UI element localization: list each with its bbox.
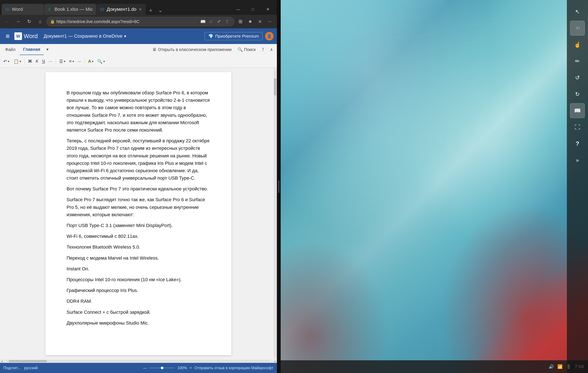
document-page[interactable]: В прошлом году мы опубликовали обзор Sur…	[45, 72, 231, 355]
open-desktop-icon: 🖥	[152, 47, 157, 52]
forward-button[interactable]: →	[13, 17, 23, 26]
paragraph-1[interactable]: В прошлом году мы опубликовали обзор Sur…	[67, 89, 210, 134]
find-dropdown[interactable]: ▾	[103, 60, 105, 63]
document-area: В прошлом году мы опубликовали обзор Sur…	[0, 68, 277, 360]
new-tab-button[interactable]: ＋	[146, 6, 155, 15]
paragraph-2[interactable]: Теперь, с последней версией, поступившей…	[67, 137, 210, 182]
paragraph-14[interactable]: Двухполярные микрофоны Studio Mic.	[67, 319, 210, 327]
paragraph-4[interactable]: Surface Pro 7 выглядит точно так же, как…	[67, 196, 210, 218]
tab-more-icon[interactable]: ▾	[45, 46, 50, 53]
tab-menu-button[interactable]: ⌄	[156, 6, 165, 15]
expand-button[interactable]: »	[570, 153, 585, 168]
undo-dropdown[interactable]: ▾	[8, 60, 9, 63]
paragraph-8[interactable]: Переход с модема Marvel на Intel Wireles…	[67, 254, 210, 262]
reading-view-icon[interactable]: 📖	[199, 18, 207, 25]
collapse-ribbon-button[interactable]: ∧	[268, 46, 275, 53]
touch-hand-button[interactable]: ☜	[570, 21, 585, 35]
question-icon: ?	[576, 140, 579, 147]
tab-file[interactable]: Файл	[2, 44, 19, 55]
crop-tool-button[interactable]: ⛶	[570, 120, 585, 135]
share-button[interactable]: ⤴	[259, 46, 267, 53]
clipboard-icon: 📋	[13, 59, 19, 64]
pen-tool-button[interactable]: ✏	[570, 54, 585, 68]
redo-tool-button[interactable]: ↻	[570, 87, 585, 101]
open-desktop-button[interactable]: 🖥 Открыть в классическом приложении	[150, 46, 234, 53]
tab-doc[interactable]: W Документ1.do ✕	[97, 4, 146, 15]
share-icon[interactable]: ⤴	[223, 18, 231, 25]
close-button[interactable]: ✕	[260, 4, 275, 15]
ribbon-bar: Файл Главная ▾ 🖥 Открыть в классическом …	[0, 44, 277, 68]
h-scrollbar-track	[7, 360, 270, 362]
zoom-slider[interactable]	[149, 367, 175, 368]
paragraph-9[interactable]: Instant On.	[67, 265, 210, 273]
back-button[interactable]: ←	[2, 17, 12, 26]
list-dropdown[interactable]: ▾	[64, 60, 65, 63]
search-ribbon-button[interactable]: 🔍 Поиск	[235, 46, 258, 53]
book-view-button[interactable]: 📖	[570, 103, 585, 118]
tab-doc-close[interactable]: ✕	[138, 7, 142, 11]
collections-button[interactable]: ≡	[255, 17, 265, 26]
paragraph-5[interactable]: Порт USB Type-C 3.1 (заменяет Mini Displ…	[67, 222, 210, 229]
h-scrollbar-thumb[interactable]	[9, 360, 47, 362]
paragraph-6[interactable]: Wi-Fi 6, совместимый с 802.11ax.	[67, 232, 210, 240]
highlight-icon: A	[88, 59, 91, 64]
word-app-bar: ⊞ W Word Документ1 — Сохранено в OneDriv…	[0, 28, 277, 44]
clipboard-button[interactable]: 📋 ▾	[12, 57, 23, 66]
horizontal-scrollbar[interactable]: ◂ ▸	[0, 360, 277, 363]
scroll-left-button[interactable]: ◂	[0, 360, 3, 363]
paragraph-10[interactable]: Процессоры Intel 10-го поколения (10 нм …	[67, 276, 210, 283]
align-button[interactable]: ≡ ▾	[67, 57, 76, 66]
word-logo: W Word	[14, 32, 38, 40]
extensions-button[interactable]: ⊞	[236, 17, 245, 26]
paragraph-13[interactable]: Surface Connect + с быстрой зарядкой.	[67, 308, 210, 316]
premium-button[interactable]: 💎 Приобретите Premium	[205, 32, 262, 40]
document-scroll[interactable]: В прошлом году мы опубликовали обзор Sur…	[0, 68, 277, 360]
favorites-icon[interactable]: ☆	[207, 18, 215, 25]
tab-excel[interactable]: X Book 1.xlsx — Mic	[44, 4, 96, 15]
find-button[interactable]: 🔍 ▾	[95, 57, 106, 66]
status-bar: Подсчет... русский — 100% + Отправить от…	[0, 363, 277, 373]
more-format-button[interactable]: ···	[47, 57, 54, 66]
highlight-dropdown[interactable]: ▾	[92, 60, 94, 63]
more-tools-button[interactable]: ···	[76, 57, 83, 66]
paragraph-7[interactable]: Технология Bluetooth Wireless 5.0.	[67, 243, 210, 251]
doc-title-dropdown[interactable]: ▾	[124, 34, 126, 39]
zoom-minus[interactable]: —	[143, 366, 147, 370]
app-grid-button[interactable]: ⊞	[3, 32, 12, 40]
paragraph-3[interactable]: Вот почему Surface Pro 7 это практически…	[67, 185, 210, 193]
italic-button[interactable]: К	[34, 57, 40, 66]
volume-icon[interactable]: 🔊	[549, 364, 554, 369]
home-button[interactable]: ⌂	[35, 17, 45, 26]
paragraph-11[interactable]: Графический процессор Iris Plus.	[67, 287, 210, 294]
wifi-icon[interactable]: 📶	[557, 364, 563, 369]
undo-button[interactable]: ↶ ▾	[2, 57, 11, 66]
vertical-scrollbar[interactable]	[273, 68, 277, 360]
tab-home[interactable]: Главная	[20, 44, 43, 55]
paragraph-12[interactable]: DDR4 RAM.	[67, 297, 210, 305]
user-avatar[interactable]: 👤	[265, 32, 273, 40]
scrollbar-thumb[interactable]	[274, 78, 276, 95]
underline-button[interactable]: Ч	[40, 57, 46, 66]
pen-icon: ✏	[575, 58, 580, 65]
settings-button[interactable]: ···	[265, 17, 274, 26]
list-button[interactable]: ☰ ▾	[57, 57, 67, 66]
align-dropdown[interactable]: ▾	[73, 60, 74, 63]
clipboard-group: 📋 ▾	[12, 57, 23, 66]
address-bar[interactable]: 🔒 https://onedrive.live.com/edit.aspx?re…	[46, 17, 234, 26]
maximize-button[interactable]: □	[246, 4, 260, 15]
clipboard-dropdown[interactable]: ▾	[20, 60, 21, 63]
help-button[interactable]: ?	[570, 136, 585, 151]
refresh-button[interactable]: ↻	[24, 17, 34, 26]
notes-icon[interactable]: ✐	[215, 18, 222, 25]
feedback-link[interactable]: Отправить отзыв в корпорацию Майкрософт	[194, 366, 273, 370]
highlight-button[interactable]: A ▾	[86, 57, 95, 66]
minimize-button[interactable]: —	[231, 4, 246, 15]
bold-button[interactable]: Ж	[26, 57, 34, 66]
favorites-button[interactable]: ★	[246, 17, 255, 26]
undo-tool-button[interactable]: ↺	[570, 70, 585, 85]
cursor-tool-button[interactable]: ↖	[570, 4, 585, 19]
scroll-right-button[interactable]: ▸	[273, 360, 277, 363]
touch-finger-button[interactable]: ☝	[570, 37, 585, 52]
tab-word[interactable]: W Word	[2, 4, 44, 15]
zoom-plus[interactable]: +	[189, 366, 192, 370]
